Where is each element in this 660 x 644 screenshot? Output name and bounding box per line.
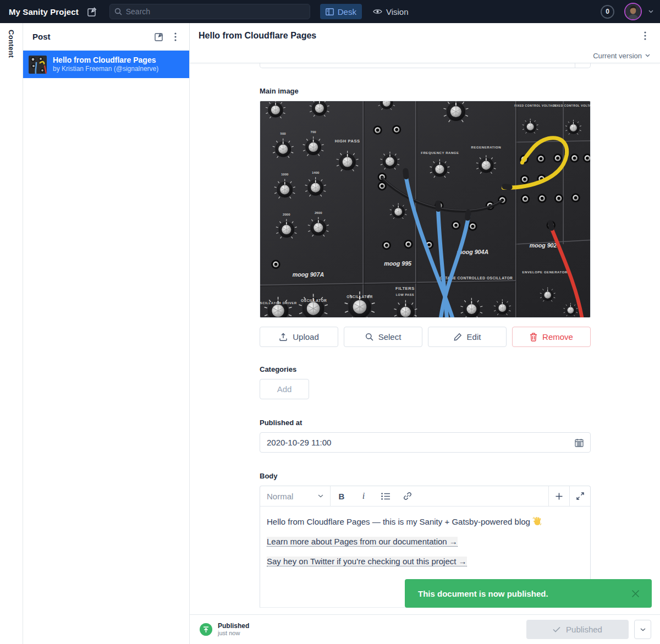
panel-label: FILTERS (395, 286, 415, 291)
document-header: Hello from Cloudflare Pages Current vers… (190, 23, 660, 63)
compose-icon (87, 7, 97, 16)
edit-button-label: Edit (467, 332, 481, 342)
upload-button-label: Upload (293, 332, 319, 342)
avatar[interactable] (624, 3, 642, 20)
upload-icon (279, 333, 288, 342)
user-menu-chevron-icon[interactable] (648, 10, 653, 13)
panel-label: REGENERATION (471, 145, 501, 149)
module-label: moog 902 (530, 242, 557, 249)
eye-icon (373, 8, 382, 15)
upload-button[interactable]: Upload (260, 327, 338, 347)
list-item[interactable]: Hello from Cloudflare Pages by Kristian … (23, 51, 189, 78)
toast-close-button[interactable] (628, 586, 643, 601)
remove-button[interactable]: Remove (512, 327, 591, 347)
bold-button[interactable]: B (331, 486, 353, 506)
editor-toolbar: Normal B i (260, 486, 590, 507)
bold-label: B (339, 492, 345, 501)
edit-button[interactable]: Edit (428, 327, 507, 347)
fullscreen-button[interactable] (569, 486, 590, 506)
insert-block-button[interactable] (548, 486, 569, 506)
status-badge[interactable]: 0 (601, 5, 614, 19)
text-style-select[interactable]: Normal (260, 486, 331, 506)
link-button[interactable] (397, 486, 419, 506)
published-at-input[interactable]: 2020-10-29 11:00 (260, 432, 591, 453)
tab-desk-label: Desk (338, 7, 356, 16)
list-item-title: Hello from Cloudflare Pages (53, 56, 158, 65)
version-selector[interactable]: Current version (190, 48, 660, 63)
post-list-title: Post (32, 32, 151, 41)
document-form-scroll[interactable]: Main image (190, 63, 660, 614)
main-image-preview[interactable]: HIGH PASS FREQUENCY RANGE REGENERATION F… (260, 101, 591, 318)
plus-icon (556, 493, 563, 500)
trash-icon (530, 333, 537, 342)
wave-emoji (532, 516, 542, 526)
tab-vision-label: Vision (386, 7, 409, 16)
document-panel: Hello from Cloudflare Pages Current vers… (190, 23, 660, 644)
panel-label: FIXED CONTROL VOLTAGE (514, 104, 557, 107)
panel-label: OSCILLATOR (346, 295, 372, 299)
knob-scale-label: 700 (311, 130, 317, 134)
slug-input-cutoff[interactable] (260, 63, 591, 68)
body-editor-content[interactable]: Hello from Cloudflare Pages — this is my… (260, 507, 590, 568)
list-item-subtitle: by Kristian Freeman (@signalnerve) (53, 65, 158, 73)
publish-menu-button[interactable] (634, 620, 651, 639)
publish-status-time: just now (218, 630, 249, 637)
bullet-list-icon (381, 493, 390, 500)
create-post-button[interactable] (151, 29, 167, 45)
search-input[interactable] (126, 7, 305, 16)
published-status-icon (200, 623, 212, 636)
body-paragraph: Hello from Cloudflare Pages — this is my… (267, 516, 584, 528)
bullet-list-button[interactable] (375, 486, 397, 506)
kebab-menu-icon (644, 31, 646, 40)
post-list-menu-button[interactable] (167, 29, 184, 45)
panel-label: HIGH PASS (335, 139, 360, 144)
top-navbar: My Sanity Project Desk (0, 0, 660, 23)
desk-icon (326, 8, 334, 15)
knob-scale-label: 1400 (312, 170, 320, 174)
body-text: Hello from Cloudflare Pages — this is my… (267, 517, 530, 526)
post-list-header: Post (23, 23, 189, 51)
body-link[interactable]: Say hey on Twitter if you're checking ou… (267, 557, 467, 566)
panel-label: FIXED CONTROL VOLTAGE (553, 104, 590, 107)
knob-scale-label: 2600 (315, 211, 322, 214)
publish-button-label: Published (566, 625, 602, 634)
knob-scale-label: 1000 (281, 172, 289, 176)
toast-message: This document is now published. (418, 589, 628, 598)
body-paragraph: Learn more about Pages from our document… (267, 536, 584, 548)
document-title: Hello from Cloudflare Pages (199, 31, 637, 41)
document-menu-button[interactable] (637, 27, 653, 44)
content-rail[interactable]: Content (0, 23, 23, 644)
italic-button[interactable]: i (353, 486, 375, 506)
compose-icon (155, 32, 164, 41)
add-category-button[interactable]: Add (260, 379, 309, 399)
body-link[interactable]: Learn more about Pages from our document… (267, 537, 458, 547)
badge-count: 0 (606, 8, 609, 15)
publish-toast: This document is now published. (405, 579, 652, 608)
panel-label: FREQUENCY RANGE (421, 151, 459, 155)
new-document-button[interactable] (84, 3, 101, 20)
categories-label: Categories (260, 365, 591, 373)
calendar-icon[interactable] (575, 438, 584, 447)
chevron-down-icon (645, 54, 650, 57)
panel-label: OSCILLATOR DRIVER (260, 301, 297, 305)
publish-status-title: Published (218, 622, 249, 630)
main-image-label: Main image (260, 87, 591, 95)
publish-button[interactable]: Published (526, 620, 629, 639)
expand-icon (576, 492, 584, 500)
project-title: My Sanity Project (9, 7, 79, 16)
add-category-label: Add (277, 384, 292, 394)
body-label: Body (260, 472, 591, 480)
knob-scale-label: 2000 (283, 212, 290, 216)
post-list-panel: Post (23, 23, 190, 644)
tab-desk[interactable]: Desk (320, 4, 362, 19)
tab-vision[interactable]: Vision (367, 4, 414, 19)
italic-label: i (362, 491, 365, 501)
pencil-icon (454, 333, 462, 341)
version-label: Current version (593, 52, 642, 60)
image-actions: Upload Select (260, 327, 591, 347)
panel-label: ENVELOPE GENERATOR (522, 270, 567, 274)
global-search[interactable] (109, 4, 310, 19)
module-label: moog 907A (293, 271, 324, 278)
select-button[interactable]: Select (344, 327, 422, 347)
body-paragraph: Say hey on Twitter if you're checking ou… (267, 555, 584, 568)
